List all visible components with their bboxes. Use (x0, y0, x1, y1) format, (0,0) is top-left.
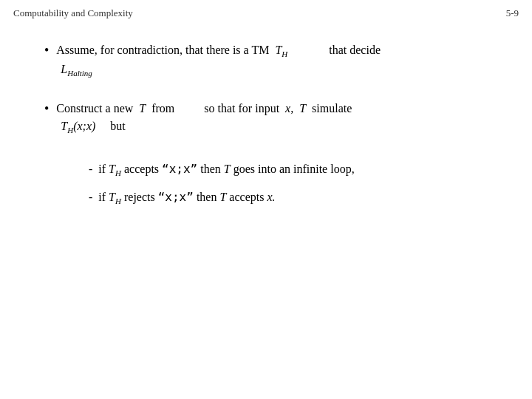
sub2-prefix: if (98, 185, 106, 209)
sub1-then: then (200, 157, 221, 181)
sub1-goes: goes into an infinite loop, (233, 157, 355, 181)
sub1-prefix: if (98, 157, 106, 181)
sub2-x: x. (267, 185, 275, 209)
slide-title: Computability and Complexity (13, 7, 133, 19)
bullet2-t2: T (299, 102, 306, 115)
but-text: but (110, 120, 125, 132)
sub2-quoted: “x;x” (158, 185, 194, 209)
sub1-quoted: “x;x” (162, 157, 197, 181)
sub1-accepts: accepts (124, 157, 159, 181)
sub-bullet-2: - if TH rejects “x;x” then T accepts x. (89, 185, 514, 209)
bullet-1: • Assume, for contradiction, that there … (44, 41, 514, 79)
bullet-2: • Construct a new T from so that for inp… (44, 100, 514, 137)
bullet-1-text: Assume, for contradiction, that there is… (56, 41, 381, 79)
slide-number: 5-9 (506, 7, 519, 19)
bullet2-x: x, (285, 102, 293, 115)
bullet2-from: from (151, 102, 174, 115)
sub2-accepts: accepts (229, 185, 264, 209)
sub2-tm: TH (109, 185, 121, 209)
l-halting: LHalting (61, 63, 92, 75)
sub-bullets: - if TH accepts “x;x” then T goes into a… (89, 157, 514, 209)
bullet2-simulate: simulate (312, 102, 352, 115)
sub1-t: T (224, 157, 231, 181)
bullet-dot-1: • (44, 43, 49, 58)
bullet2-t: T (139, 102, 146, 115)
bullet1-tm: TH (272, 44, 290, 56)
sub-bullet-1: - if TH accepts “x;x” then T goes into a… (89, 157, 514, 181)
bullet-dot-2: • (44, 101, 49, 117)
dash-1: - (89, 157, 92, 181)
sub2-t: T (219, 185, 226, 209)
slide-header: Computability and Complexity 5-9 (0, 0, 532, 19)
sub2-then: then (197, 185, 217, 209)
slide-content: • Assume, for contradiction, that there … (0, 19, 532, 228)
dash-2: - (89, 185, 92, 209)
bullet-2-text: Construct a new T from so that for input… (56, 100, 352, 137)
t-h-x-expr: TH(x;x) (61, 120, 98, 132)
sub2-rejects: rejects (124, 185, 155, 209)
bullet2-prefix: Construct a new (56, 102, 133, 115)
bullet2-so: so that for input (204, 102, 279, 115)
bullet1-suffix: that decide (329, 44, 381, 56)
sub1-tm: TH (109, 157, 121, 181)
bullet1-prefix: Assume, for contradiction, that there is… (56, 44, 269, 56)
